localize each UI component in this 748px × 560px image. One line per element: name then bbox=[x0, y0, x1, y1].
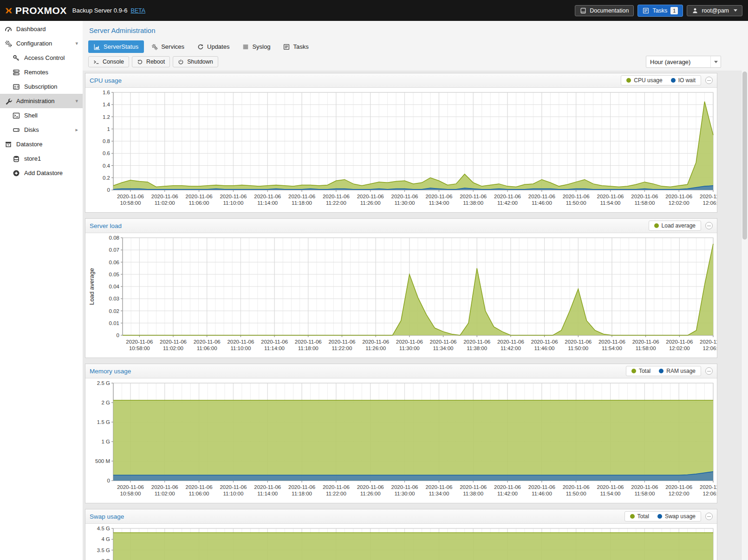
svg-text:2020-11-06: 2020-11-06 bbox=[186, 194, 213, 199]
svg-text:4.5 G: 4.5 G bbox=[97, 526, 110, 531]
user-menu-button[interactable]: root@pam bbox=[687, 5, 742, 16]
svg-text:12:06:00: 12:06:00 bbox=[703, 200, 717, 206]
reboot-button[interactable]: Reboot bbox=[132, 56, 170, 67]
svg-text:3.5 G: 3.5 G bbox=[97, 547, 110, 553]
svg-text:11:46:00: 11:46:00 bbox=[532, 200, 552, 206]
sidebar-item-label: Add Datastore bbox=[24, 169, 63, 176]
tab-serverstatus[interactable]: ServerStatus bbox=[88, 40, 144, 53]
legend-label: IO wait bbox=[678, 77, 696, 84]
collapse-panel-icon[interactable] bbox=[705, 513, 713, 520]
svg-text:0: 0 bbox=[107, 478, 110, 483]
svg-text:2020-11-06: 2020-11-06 bbox=[665, 484, 692, 490]
sidebar-item-dashboard[interactable]: Dashboard bbox=[0, 22, 83, 36]
tab-bar: ServerStatusServicesUpdatesSyslogTasks bbox=[83, 37, 748, 53]
app-window: PROXMOX Backup Server 0.9-6 BETA Documen… bbox=[0, 0, 748, 560]
panel-header: Memory usageTotalRAM usage bbox=[85, 364, 717, 378]
shutdown-button[interactable]: Shutdown bbox=[173, 56, 218, 67]
chart-title: Memory usage bbox=[90, 368, 131, 375]
svg-text:2.5 G: 2.5 G bbox=[97, 380, 110, 386]
tab-services[interactable]: Services bbox=[146, 40, 190, 53]
button-label: Reboot bbox=[146, 59, 165, 65]
legend-item-ram-usage: RAM usage bbox=[659, 368, 696, 374]
panel-header: CPU usageCPU usageIO wait bbox=[85, 73, 717, 88]
legend-item-io-wait: IO wait bbox=[671, 77, 696, 84]
list-icon bbox=[242, 44, 249, 50]
sidebar-item-configuration[interactable]: Configuration▾ bbox=[0, 36, 83, 51]
svg-text:0: 0 bbox=[107, 187, 110, 193]
documentation-button[interactable]: Documentation bbox=[575, 5, 634, 16]
sidebar-item-subscription[interactable]: Subscription bbox=[0, 79, 83, 94]
key-icon bbox=[13, 54, 20, 62]
sidebar-item-disks[interactable]: Disks▸ bbox=[0, 123, 83, 137]
top-header: PROXMOX Backup Server 0.9-6 BETA Documen… bbox=[0, 0, 748, 21]
svg-text:11:34:00: 11:34:00 bbox=[429, 200, 449, 206]
svg-text:11:34:00: 11:34:00 bbox=[433, 345, 454, 351]
svg-text:2020-11-06: 2020-11-06 bbox=[700, 194, 717, 199]
sidebar-item-datastore[interactable]: Datastore bbox=[0, 137, 83, 151]
tab-label: Tasks bbox=[293, 43, 308, 50]
svg-text:2020-11-06: 2020-11-06 bbox=[295, 339, 322, 345]
collapse-panel-icon[interactable] bbox=[705, 77, 713, 84]
svg-text:2020-11-06: 2020-11-06 bbox=[598, 339, 625, 345]
vertical-scrollbar[interactable] bbox=[741, 71, 748, 560]
sidebar-item-store1[interactable]: store1 bbox=[0, 151, 83, 166]
svg-text:11:30:00: 11:30:00 bbox=[399, 345, 420, 351]
svg-text:11:02:00: 11:02:00 bbox=[163, 345, 183, 351]
tab-tasks[interactable]: Tasks bbox=[278, 40, 314, 53]
tab-syslog[interactable]: Syslog bbox=[237, 40, 276, 53]
console-button[interactable]: Console bbox=[88, 56, 129, 67]
svg-text:2020-11-06: 2020-11-06 bbox=[563, 194, 590, 199]
sidebar-item-label: Access Control bbox=[24, 54, 65, 61]
svg-text:2020-11-06: 2020-11-06 bbox=[460, 194, 487, 199]
svg-text:10:58:00: 10:58:00 bbox=[129, 345, 150, 351]
chevron-expanded-icon[interactable]: ▾ bbox=[75, 40, 78, 46]
sidebar-item-remotes[interactable]: Remotes bbox=[0, 65, 83, 79]
sidebar-item-access-control[interactable]: Access Control bbox=[0, 51, 83, 65]
chart-memory-usage: 2020-11-0610:58:002020-11-0611:02:002020… bbox=[85, 378, 717, 503]
svg-text:11:18:00: 11:18:00 bbox=[292, 491, 312, 496]
terminal-icon bbox=[13, 112, 20, 119]
svg-text:2020-11-06: 2020-11-06 bbox=[328, 339, 355, 345]
charts-scroll-area: CPU usageCPU usageIO wait2020-11-0610:58… bbox=[83, 71, 748, 560]
collapse-panel-icon[interactable] bbox=[705, 222, 713, 229]
chevron-collapsed-icon[interactable]: ▸ bbox=[75, 127, 78, 133]
tasks-button[interactable]: Tasks 1 bbox=[637, 5, 683, 17]
chevron-expanded-icon[interactable]: ▾ bbox=[75, 98, 78, 104]
sidebar-item-label: Remotes bbox=[24, 69, 48, 76]
wrench-icon bbox=[5, 98, 12, 105]
svg-text:2020-11-06: 2020-11-06 bbox=[497, 339, 524, 345]
svg-text:11:42:00: 11:42:00 bbox=[497, 200, 518, 206]
svg-text:11:54:00: 11:54:00 bbox=[600, 200, 621, 206]
svg-text:2020-11-06: 2020-11-06 bbox=[261, 339, 288, 345]
tab-updates[interactable]: Updates bbox=[192, 40, 235, 53]
sidebar-item-shell[interactable]: Shell bbox=[0, 108, 83, 123]
svg-text:11:30:00: 11:30:00 bbox=[395, 200, 415, 206]
legend-item-total: Total bbox=[631, 368, 650, 374]
svg-text:0: 0 bbox=[117, 332, 119, 338]
scrollbar-thumb[interactable] bbox=[742, 72, 747, 240]
chart-cpu-usage: 2020-11-0610:58:002020-11-0611:02:002020… bbox=[85, 88, 717, 212]
svg-text:11:58:00: 11:58:00 bbox=[634, 200, 655, 206]
sidebar-item-add-datastore[interactable]: Add Datastore bbox=[0, 166, 83, 180]
svg-text:1 G: 1 G bbox=[101, 439, 110, 444]
svg-text:2020-11-06: 2020-11-06 bbox=[463, 339, 490, 345]
chevron-down-icon[interactable] bbox=[710, 56, 721, 67]
beta-link[interactable]: BETA bbox=[130, 7, 145, 14]
sidebar-item-label: Shell bbox=[24, 112, 38, 119]
svg-text:3 G: 3 G bbox=[101, 558, 110, 560]
svg-text:2020-11-06: 2020-11-06 bbox=[396, 339, 423, 345]
sidebar-item-administration[interactable]: Administration▾ bbox=[0, 94, 83, 108]
svg-text:2020-11-06: 2020-11-06 bbox=[220, 194, 247, 199]
collapse-panel-icon[interactable] bbox=[705, 367, 713, 375]
svg-text:11:26:00: 11:26:00 bbox=[360, 200, 381, 206]
svg-text:11:26:00: 11:26:00 bbox=[360, 491, 381, 496]
svg-text:2020-11-06: 2020-11-06 bbox=[117, 484, 144, 490]
power-icon bbox=[178, 59, 184, 65]
svg-text:11:22:00: 11:22:00 bbox=[326, 200, 346, 206]
svg-text:11:26:00: 11:26:00 bbox=[365, 345, 386, 351]
toolbar: ConsoleRebootShutdown Hour (average) bbox=[83, 53, 748, 71]
proxmox-logo[interactable]: PROXMOX bbox=[6, 5, 67, 16]
svg-text:2020-11-06: 2020-11-06 bbox=[391, 484, 418, 490]
timeframe-select[interactable]: Hour (average) bbox=[646, 56, 721, 68]
svg-text:11:30:00: 11:30:00 bbox=[395, 491, 415, 496]
